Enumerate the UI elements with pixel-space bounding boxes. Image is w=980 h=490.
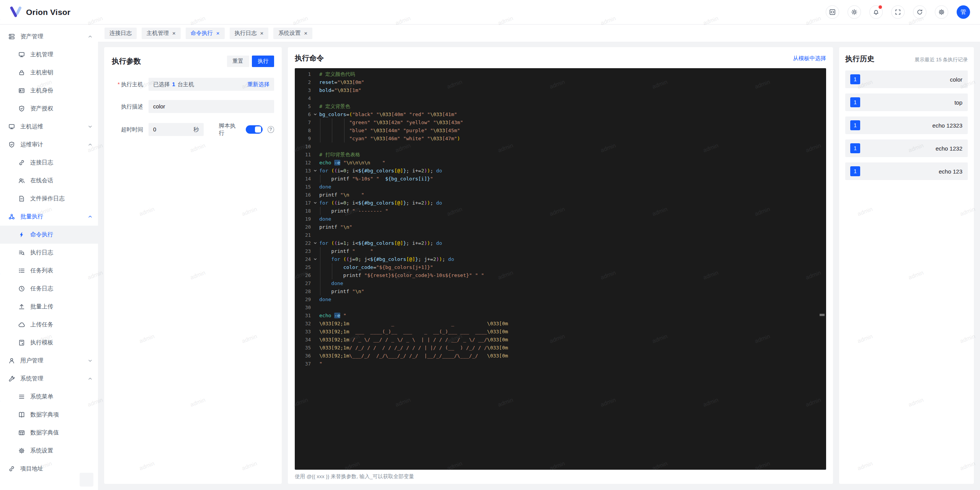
sidebar-item-label: 系统菜单 [30, 393, 53, 400]
history-item[interactable]: 1color [845, 70, 968, 88]
fullscreen-button[interactable] [891, 5, 905, 19]
code-window-button[interactable] [826, 5, 839, 19]
token-v: ${#bg_colors [358, 240, 394, 246]
sidebar-item-主机管理[interactable]: 主机管理 [0, 46, 98, 64]
token-p [319, 264, 343, 270]
script-exec-toggle[interactable] [246, 125, 263, 134]
refresh-button[interactable] [913, 5, 926, 19]
code-editor[interactable]: 1# 定义颜色代码2reset="\033[0m"3bold="\033[1m"… [295, 68, 826, 470]
line-number: 19 [295, 215, 311, 223]
tab-close-icon[interactable]: × [216, 30, 220, 36]
fold-chevron-icon[interactable] [311, 167, 319, 175]
sidebar-item-主机运维[interactable]: 主机运维 [0, 118, 98, 136]
sidebar-collapse-button[interactable] [80, 473, 93, 487]
line-content: done [319, 279, 343, 287]
sidebar-item-系统管理[interactable]: 系统管理 [0, 370, 98, 388]
tab-close-icon[interactable]: × [172, 30, 176, 36]
sidebar-item-命令执行[interactable]: 命令执行 [0, 226, 98, 244]
indent-guide [320, 263, 320, 271]
chevron-up-icon [88, 34, 93, 39]
tab-命令执行[interactable]: 命令执行× [186, 28, 225, 39]
token-p [340, 313, 343, 318]
fold-chevron-icon[interactable] [311, 239, 319, 247]
token-s: / _ \/ __/ / _ \/ _ \ | | / / / __/ _ \/… [349, 337, 487, 343]
sidebar-item-执行日志[interactable]: 执行日志 [0, 244, 98, 262]
history-item[interactable]: 1top [845, 93, 968, 111]
history-item[interactable]: 1echo 12323 [845, 116, 968, 134]
sidebar-item-系统菜单[interactable]: 系统菜单 [0, 388, 98, 406]
help-icon[interactable]: ? [268, 126, 274, 133]
timeout-input[interactable]: 0 秒 [149, 123, 204, 136]
sidebar-item-连接日志[interactable]: 连接日志 [0, 154, 98, 172]
token-b1: ( [349, 111, 352, 117]
history-command-text: echo 1232 [936, 145, 962, 152]
fold-chevron-icon[interactable] [311, 110, 319, 118]
sidebar: 资产管理主机管理主机密钥主机身份资产授权主机运维运维审计连接日志在线会话文件操作… [0, 25, 98, 490]
token-e: \033[0m [487, 353, 508, 359]
sidebar-item-label: 连接日志 [30, 159, 53, 166]
sidebar-item-用户管理[interactable]: 用户管理 [0, 352, 98, 370]
token-b1: ) [427, 240, 430, 246]
history-item[interactable]: 1echo 1232 [845, 139, 968, 157]
line-content: # 定义颜色代码 [319, 70, 355, 78]
sidebar-item-数据字典项[interactable]: 数据字典项 [0, 406, 98, 424]
history-item[interactable]: 1echo 123 [845, 162, 968, 180]
tab-执行日志[interactable]: 执行日志× [230, 28, 269, 39]
fullscreen-icon [895, 9, 901, 15]
theme-button[interactable] [848, 5, 861, 19]
fold-chevron-icon[interactable] [311, 255, 319, 263]
sidebar-item-任务日志[interactable]: 任务日志 [0, 280, 98, 298]
sidebar-item-主机身份[interactable]: 主机身份 [0, 82, 98, 100]
chevron-down-icon [88, 358, 93, 363]
sidebar-item-文件操作日志[interactable]: 文件操作日志 [0, 190, 98, 208]
tab-close-icon[interactable]: × [304, 30, 307, 36]
fold-chevron-icon[interactable] [311, 199, 319, 207]
line-number: 21 [295, 231, 311, 239]
sidebar-item-执行模板[interactable]: 执行模板 [0, 334, 98, 352]
sidebar-item-在线会话[interactable]: 在线会话 [0, 172, 98, 190]
token-e: \n [355, 288, 361, 294]
sidebar-item-数据字典值[interactable]: 数据字典值 [0, 424, 98, 442]
token-p: printf [319, 208, 352, 214]
token-p: ; [430, 168, 436, 174]
tab-close-icon[interactable]: × [260, 30, 264, 36]
token-k: for [319, 168, 328, 174]
notifications-button[interactable] [869, 5, 883, 19]
tab-连接日志[interactable]: 连接日志 [105, 28, 137, 39]
sidebar-item-label: 命令执行 [30, 231, 53, 238]
sidebar-item-主机密钥[interactable]: 主机密钥 [0, 64, 98, 82]
token-s: [1m" [349, 87, 361, 93]
execution-history-panel: 执行历史 展示最近 15 条执行记录 1color1top1echo 12323… [839, 47, 974, 484]
fold-gutter [311, 295, 319, 303]
token-e: \033[0m [487, 329, 508, 334]
sidebar-item-资产授权[interactable]: 资产授权 [0, 100, 98, 118]
sidebar-item-批量执行[interactable]: 批量执行 [0, 208, 98, 226]
history-command-text: echo 12323 [933, 122, 962, 129]
user-avatar[interactable]: 管 [957, 5, 970, 19]
code-line: 37" [295, 360, 826, 368]
sidebar-item-label: 执行模板 [30, 339, 53, 346]
sidebar-item-上传任务[interactable]: 上传任务 [0, 316, 98, 334]
sidebar-item-任务列表[interactable]: 任务列表 [0, 262, 98, 280]
sidebar-item-系统设置[interactable]: 系统设置 [0, 442, 98, 460]
select-from-template-link[interactable]: 从模板中选择 [793, 55, 826, 62]
fold-gutter [311, 287, 319, 295]
token-s: [46m" [385, 136, 400, 141]
reset-button[interactable]: 重置 [227, 56, 249, 67]
tab-系统设置[interactable]: 系统设置× [273, 28, 312, 39]
selected-hosts-field[interactable]: 已选择1台主机 重新选择 [149, 78, 274, 91]
sidebar-item-资产管理[interactable]: 资产管理 [0, 28, 98, 46]
token-p [406, 111, 409, 117]
tab-主机管理[interactable]: 主机管理× [142, 28, 181, 39]
settings-button[interactable] [935, 5, 948, 19]
description-input[interactable] [149, 100, 274, 113]
sidebar-item-label: 主机运维 [20, 123, 43, 130]
fold-gutter [311, 247, 319, 255]
sidebar-item-批量上传[interactable]: 批量上传 [0, 298, 98, 316]
token-b2: ( [334, 168, 337, 174]
token-p [319, 280, 331, 286]
reselect-hosts-link[interactable]: 重新选择 [247, 81, 270, 88]
code-line: 32\033[92;1m _ _ \033[0m [295, 320, 826, 328]
sidebar-item-运维审计[interactable]: 运维审计 [0, 136, 98, 154]
run-button[interactable]: 执行 [252, 56, 274, 67]
